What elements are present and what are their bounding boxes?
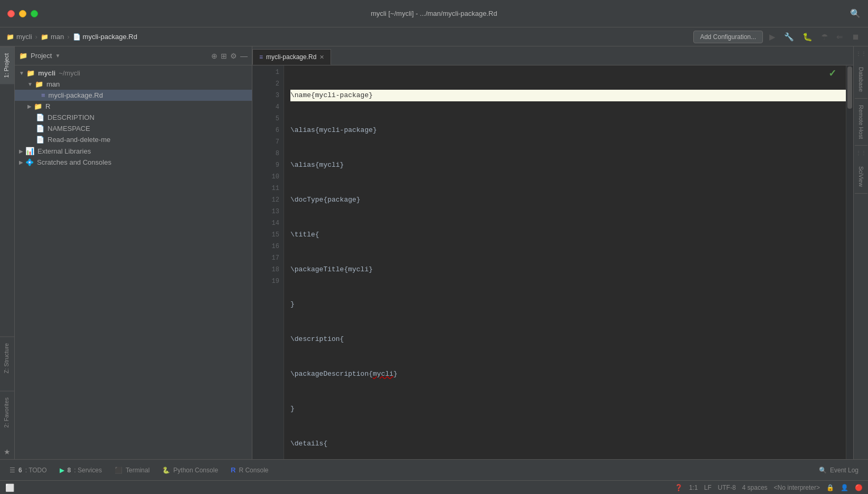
code-editor-wrapper: 1 2 3 4 5 6 7 8 9 10 11 12 13 14 15 16 1 bbox=[252, 65, 853, 459]
line-num-10: 10 bbox=[257, 171, 279, 183]
tree-item-read-delete[interactable]: 📄 Read-and-delete-me bbox=[15, 134, 252, 145]
minimize-button[interactable] bbox=[19, 10, 26, 17]
stop-icon[interactable]: ⏹ bbox=[850, 31, 862, 42]
bottom-tab-r-console[interactable]: R R Console bbox=[225, 464, 273, 476]
code-line-9: \packageDescription{mycli} bbox=[290, 368, 853, 380]
tree-item-ext-libraries[interactable]: ▶ 📊 External Libraries bbox=[15, 145, 252, 157]
tree-item-scratches[interactable]: ▶ 💠 Scratches and Consoles bbox=[15, 157, 252, 168]
tree-settings-icon[interactable]: ⚙ bbox=[230, 52, 237, 60]
breadcrumb-man[interactable]: 📁 man bbox=[41, 33, 64, 41]
line-num-2: 2 bbox=[257, 78, 279, 90]
status-encoding[interactable]: UTF-8 bbox=[718, 484, 736, 491]
tab-close-icon[interactable]: ✕ bbox=[319, 54, 324, 61]
debug-icon[interactable]: 🐛 bbox=[800, 31, 815, 43]
status-position-value: 1:1 bbox=[689, 484, 698, 491]
sidebar-right-sciview[interactable]: SciView bbox=[855, 160, 867, 194]
status-line-ending[interactable]: LF bbox=[704, 484, 712, 491]
close-button[interactable] bbox=[7, 10, 15, 17]
editor-tab-mycli-package-rd[interactable]: ≡ mycli-package.Rd ✕ bbox=[252, 49, 331, 65]
terminal-tab-label: Terminal bbox=[126, 467, 149, 474]
status-encoding-value: UTF-8 bbox=[718, 484, 736, 491]
sidebar-item-favorites[interactable]: 2: Favorites bbox=[0, 391, 14, 434]
breadcrumb-file[interactable]: 📄 mycli-package.Rd bbox=[73, 33, 137, 41]
services-tab-num: 8 bbox=[68, 467, 71, 474]
bottom-tab-event-log[interactable]: 🔍 Event Log bbox=[814, 464, 864, 476]
services-icon: ▶ bbox=[60, 467, 64, 474]
code-line-10: } bbox=[290, 403, 853, 415]
scrollbar-thumb[interactable] bbox=[847, 66, 852, 109]
bottom-tab-todo[interactable]: ☰ 6 : TODO bbox=[4, 464, 52, 476]
tree-item-description[interactable]: 📄 DESCRIPTION bbox=[15, 112, 252, 123]
breadcrumb-mycli[interactable]: 📁 mycli bbox=[6, 33, 32, 41]
tree-label-namespace: NAMESPACE bbox=[48, 125, 90, 132]
status-bar: ⬜ ❓ 1:1 LF UTF-8 4 spaces <No interprete… bbox=[0, 480, 868, 494]
expand-arrow-mycli: ▼ bbox=[19, 70, 24, 76]
line-num-13: 13 bbox=[257, 206, 279, 217]
line-num-18: 18 bbox=[257, 264, 279, 276]
tree-item-mycli[interactable]: ▼ 📁 mycli ~/mycli bbox=[15, 68, 252, 79]
right-tab-dots-top: ⋮⋮ bbox=[853, 46, 869, 61]
status-indent-value: 4 spaces bbox=[742, 484, 768, 491]
line-num-12: 12 bbox=[257, 194, 279, 206]
maximize-button[interactable] bbox=[31, 10, 38, 17]
window-title: mycli [~/mycli] - .../man/mycli-package.… bbox=[371, 10, 497, 17]
profile-icon[interactable]: ⇐ bbox=[834, 31, 845, 43]
project-dropdown-btn[interactable]: 📁 Project ▼ bbox=[19, 52, 60, 60]
python-console-label: Python Console bbox=[173, 467, 218, 474]
tree-item-r[interactable]: ▶ 📁 R bbox=[15, 101, 252, 112]
tab-icon: ≡ bbox=[259, 53, 263, 61]
status-expand-icon[interactable]: ⬜ bbox=[5, 483, 14, 492]
folder-icon-man: 📁 bbox=[35, 80, 43, 88]
bottom-tab-terminal[interactable]: ⬛ Terminal bbox=[109, 464, 155, 476]
bottom-tab-python-console[interactable]: 🐍 Python Console bbox=[157, 464, 223, 476]
editor-tabs: ≡ mycli-package.Rd ✕ bbox=[252, 46, 853, 65]
file-icon-description: 📄 bbox=[36, 113, 44, 121]
code-line-6: \packageTitle{mycli} bbox=[290, 264, 853, 276]
line-num-11: 11 bbox=[257, 183, 279, 194]
build-icon[interactable]: 🔧 bbox=[782, 31, 796, 43]
status-position[interactable]: 1:1 bbox=[689, 484, 698, 491]
file-icon-namespace: 📄 bbox=[36, 125, 44, 132]
breadcrumb-bar: 📁 mycli › 📁 man › 📄 mycli-package.Rd Add… bbox=[0, 27, 868, 46]
run-icon[interactable]: ▶ bbox=[767, 31, 778, 43]
status-interpreter[interactable]: <No interpreter> bbox=[774, 484, 820, 491]
tree-item-namespace[interactable]: 📄 NAMESPACE bbox=[15, 123, 252, 134]
sidebar-item-structure[interactable]: Z: Structure bbox=[0, 336, 14, 379]
sidebar-right-database[interactable]: Database bbox=[855, 61, 867, 99]
code-line-4: \docType{package} bbox=[290, 194, 853, 206]
editor-area: ≡ mycli-package.Rd ✕ 1 2 3 4 5 6 7 8 9 1… bbox=[252, 46, 853, 459]
tree-meta-mycli: ~/mycli bbox=[59, 69, 80, 77]
expand-arrow-scratches: ▶ bbox=[19, 159, 23, 165]
tree-add-icon[interactable]: ⊕ bbox=[211, 52, 218, 60]
r-icon: R bbox=[231, 466, 235, 474]
left-side-tabs: 1: Project Z: Structure 2: Favorites ★ bbox=[0, 46, 15, 459]
code-editor[interactable]: 1 2 3 4 5 6 7 8 9 10 11 12 13 14 15 16 1 bbox=[252, 65, 853, 459]
bottom-tab-services[interactable]: ▶ 8 : Services bbox=[54, 464, 107, 476]
search-icon[interactable]: 🔍 bbox=[850, 8, 861, 18]
code-line-2: \alias{mycli-package} bbox=[290, 125, 853, 136]
code-line-8: \description{ bbox=[290, 334, 853, 345]
line-num-1: 1 bbox=[257, 66, 279, 78]
coverage-icon[interactable]: ☂ bbox=[819, 31, 830, 43]
sidebar-right-remote-host[interactable]: Remote Host bbox=[855, 99, 867, 146]
code-content[interactable]: \name{mycli-package} \alias{mycli-packag… bbox=[284, 65, 853, 459]
scrollbar-track[interactable] bbox=[846, 65, 853, 459]
status-person-icon: 👤 bbox=[841, 484, 848, 491]
status-indent[interactable]: 4 spaces bbox=[742, 484, 768, 491]
code-line-11: \details{ bbox=[290, 438, 853, 450]
breadcrumb-sep-1: › bbox=[35, 33, 37, 41]
add-configuration-button[interactable]: Add Configuration... bbox=[693, 31, 763, 43]
tree-collapse-icon[interactable]: — bbox=[240, 52, 248, 60]
tree-filter-icon[interactable]: ⊞ bbox=[221, 52, 227, 60]
folder-icon-mycli: 📁 bbox=[26, 69, 35, 77]
status-help-icon[interactable]: ❓ bbox=[675, 484, 683, 491]
file-icon-readme: 📄 bbox=[36, 136, 44, 144]
tree-item-mycli-package-rd[interactable]: ≡ mycli-package.Rd bbox=[15, 90, 252, 101]
code-line-1: \name{mycli-package} bbox=[290, 90, 853, 101]
status-error-icon[interactable]: 🔴 bbox=[855, 484, 863, 491]
star-icon[interactable]: ★ bbox=[0, 444, 14, 459]
tree-item-man[interactable]: ▼ 📁 man bbox=[15, 79, 252, 90]
sidebar-item-project[interactable]: 1: Project bbox=[0, 46, 14, 84]
todo-tab-num: 6 bbox=[18, 467, 22, 474]
window-controls bbox=[7, 10, 38, 17]
